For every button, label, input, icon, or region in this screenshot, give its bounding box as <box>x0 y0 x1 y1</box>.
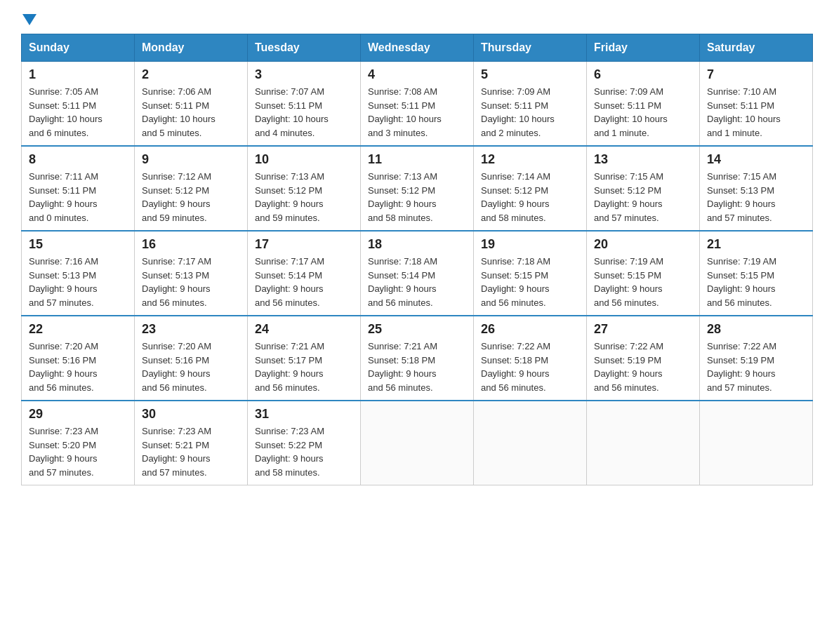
table-row: 7Sunrise: 7:10 AMSunset: 5:11 PMDaylight… <box>700 62 813 147</box>
day-number: 26 <box>481 322 579 337</box>
day-number: 3 <box>255 67 353 82</box>
calendar-week-row: 1Sunrise: 7:05 AMSunset: 5:11 PMDaylight… <box>22 62 813 147</box>
table-row <box>361 401 474 485</box>
calendar-header-row: SundayMondayTuesdayWednesdayThursdayFrid… <box>22 34 813 62</box>
day-number: 13 <box>594 152 692 167</box>
day-number: 9 <box>142 152 240 167</box>
day-info: Sunrise: 7:23 AMSunset: 5:22 PMDaylight:… <box>255 424 353 479</box>
day-number: 14 <box>707 152 805 167</box>
table-row: 30Sunrise: 7:23 AMSunset: 5:21 PMDayligh… <box>135 401 248 485</box>
day-info: Sunrise: 7:13 AMSunset: 5:12 PMDaylight:… <box>368 170 466 224</box>
day-info: Sunrise: 7:16 AMSunset: 5:13 PMDaylight:… <box>29 255 127 309</box>
day-number: 12 <box>481 152 579 167</box>
day-info: Sunrise: 7:12 AMSunset: 5:12 PMDaylight:… <box>142 170 240 224</box>
day-number: 2 <box>142 67 240 82</box>
table-row: 27Sunrise: 7:22 AMSunset: 5:19 PMDayligh… <box>587 316 700 401</box>
table-row: 19Sunrise: 7:18 AMSunset: 5:15 PMDayligh… <box>474 231 587 316</box>
day-number: 24 <box>255 322 353 337</box>
day-info: Sunrise: 7:22 AMSunset: 5:19 PMDaylight:… <box>707 340 805 394</box>
day-number: 20 <box>594 237 692 252</box>
page-header <box>21 14 813 22</box>
table-row: 26Sunrise: 7:22 AMSunset: 5:18 PMDayligh… <box>474 316 587 401</box>
day-info: Sunrise: 7:22 AMSunset: 5:19 PMDaylight:… <box>594 340 692 394</box>
table-row: 4Sunrise: 7:08 AMSunset: 5:11 PMDaylight… <box>361 62 474 147</box>
day-info: Sunrise: 7:17 AMSunset: 5:14 PMDaylight:… <box>255 255 353 309</box>
day-number: 1 <box>29 67 127 82</box>
table-row: 16Sunrise: 7:17 AMSunset: 5:13 PMDayligh… <box>135 231 248 316</box>
table-row: 12Sunrise: 7:14 AMSunset: 5:12 PMDayligh… <box>474 146 587 231</box>
table-row: 18Sunrise: 7:18 AMSunset: 5:14 PMDayligh… <box>361 231 474 316</box>
day-info: Sunrise: 7:08 AMSunset: 5:11 PMDaylight:… <box>368 85 466 140</box>
table-row: 20Sunrise: 7:19 AMSunset: 5:15 PMDayligh… <box>587 231 700 316</box>
day-number: 10 <box>255 152 353 167</box>
day-info: Sunrise: 7:17 AMSunset: 5:13 PMDaylight:… <box>142 255 240 309</box>
day-info: Sunrise: 7:20 AMSunset: 5:16 PMDaylight:… <box>142 340 240 394</box>
day-info: Sunrise: 7:11 AMSunset: 5:11 PMDaylight:… <box>29 170 127 224</box>
day-number: 15 <box>29 237 127 252</box>
day-number: 4 <box>368 67 466 82</box>
day-number: 5 <box>481 67 579 82</box>
column-header-saturday: Saturday <box>700 34 813 62</box>
day-number: 23 <box>142 322 240 337</box>
table-row <box>700 401 813 485</box>
day-info: Sunrise: 7:06 AMSunset: 5:11 PMDaylight:… <box>142 85 240 140</box>
table-row <box>474 401 587 485</box>
table-row: 2Sunrise: 7:06 AMSunset: 5:11 PMDaylight… <box>135 62 248 147</box>
table-row: 11Sunrise: 7:13 AMSunset: 5:12 PMDayligh… <box>361 146 474 231</box>
column-header-tuesday: Tuesday <box>248 34 361 62</box>
column-header-sunday: Sunday <box>22 34 135 62</box>
day-number: 30 <box>142 407 240 422</box>
day-number: 8 <box>29 152 127 167</box>
calendar-table: SundayMondayTuesdayWednesdayThursdayFrid… <box>21 34 813 485</box>
day-info: Sunrise: 7:21 AMSunset: 5:18 PMDaylight:… <box>368 340 466 394</box>
day-number: 19 <box>481 237 579 252</box>
day-number: 7 <box>707 67 805 82</box>
table-row: 28Sunrise: 7:22 AMSunset: 5:19 PMDayligh… <box>700 316 813 401</box>
logo-icon <box>21 14 37 22</box>
calendar-week-row: 29Sunrise: 7:23 AMSunset: 5:20 PMDayligh… <box>22 401 813 485</box>
table-row: 17Sunrise: 7:17 AMSunset: 5:14 PMDayligh… <box>248 231 361 316</box>
table-row: 8Sunrise: 7:11 AMSunset: 5:11 PMDaylight… <box>22 146 135 231</box>
table-row: 14Sunrise: 7:15 AMSunset: 5:13 PMDayligh… <box>700 146 813 231</box>
calendar-week-row: 15Sunrise: 7:16 AMSunset: 5:13 PMDayligh… <box>22 231 813 316</box>
day-info: Sunrise: 7:21 AMSunset: 5:17 PMDaylight:… <box>255 340 353 394</box>
table-row: 21Sunrise: 7:19 AMSunset: 5:15 PMDayligh… <box>700 231 813 316</box>
day-info: Sunrise: 7:18 AMSunset: 5:15 PMDaylight:… <box>481 255 579 309</box>
day-info: Sunrise: 7:10 AMSunset: 5:11 PMDaylight:… <box>707 85 805 140</box>
day-number: 16 <box>142 237 240 252</box>
table-row: 9Sunrise: 7:12 AMSunset: 5:12 PMDaylight… <box>135 146 248 231</box>
table-row: 13Sunrise: 7:15 AMSunset: 5:12 PMDayligh… <box>587 146 700 231</box>
day-info: Sunrise: 7:15 AMSunset: 5:13 PMDaylight:… <box>707 170 805 224</box>
table-row: 24Sunrise: 7:21 AMSunset: 5:17 PMDayligh… <box>248 316 361 401</box>
day-info: Sunrise: 7:05 AMSunset: 5:11 PMDaylight:… <box>29 85 127 140</box>
day-info: Sunrise: 7:13 AMSunset: 5:12 PMDaylight:… <box>255 170 353 224</box>
day-info: Sunrise: 7:14 AMSunset: 5:12 PMDaylight:… <box>481 170 579 224</box>
day-info: Sunrise: 7:23 AMSunset: 5:20 PMDaylight:… <box>29 424 127 479</box>
column-header-monday: Monday <box>135 34 248 62</box>
column-header-thursday: Thursday <box>474 34 587 62</box>
calendar-week-row: 8Sunrise: 7:11 AMSunset: 5:11 PMDaylight… <box>22 146 813 231</box>
day-info: Sunrise: 7:20 AMSunset: 5:16 PMDaylight:… <box>29 340 127 394</box>
column-header-wednesday: Wednesday <box>361 34 474 62</box>
table-row: 6Sunrise: 7:09 AMSunset: 5:11 PMDaylight… <box>587 62 700 147</box>
calendar-week-row: 22Sunrise: 7:20 AMSunset: 5:16 PMDayligh… <box>22 316 813 401</box>
day-info: Sunrise: 7:18 AMSunset: 5:14 PMDaylight:… <box>368 255 466 309</box>
logo <box>21 14 37 22</box>
table-row: 25Sunrise: 7:21 AMSunset: 5:18 PMDayligh… <box>361 316 474 401</box>
day-info: Sunrise: 7:19 AMSunset: 5:15 PMDaylight:… <box>594 255 692 309</box>
day-info: Sunrise: 7:09 AMSunset: 5:11 PMDaylight:… <box>594 85 692 140</box>
day-number: 18 <box>368 237 466 252</box>
table-row: 1Sunrise: 7:05 AMSunset: 5:11 PMDaylight… <box>22 62 135 147</box>
day-number: 17 <box>255 237 353 252</box>
day-number: 22 <box>29 322 127 337</box>
day-number: 25 <box>368 322 466 337</box>
day-number: 28 <box>707 322 805 337</box>
column-header-friday: Friday <box>587 34 700 62</box>
day-number: 21 <box>707 237 805 252</box>
table-row: 10Sunrise: 7:13 AMSunset: 5:12 PMDayligh… <box>248 146 361 231</box>
day-number: 31 <box>255 407 353 422</box>
table-row: 3Sunrise: 7:07 AMSunset: 5:11 PMDaylight… <box>248 62 361 147</box>
day-number: 11 <box>368 152 466 167</box>
day-info: Sunrise: 7:19 AMSunset: 5:15 PMDaylight:… <box>707 255 805 309</box>
day-number: 6 <box>594 67 692 82</box>
